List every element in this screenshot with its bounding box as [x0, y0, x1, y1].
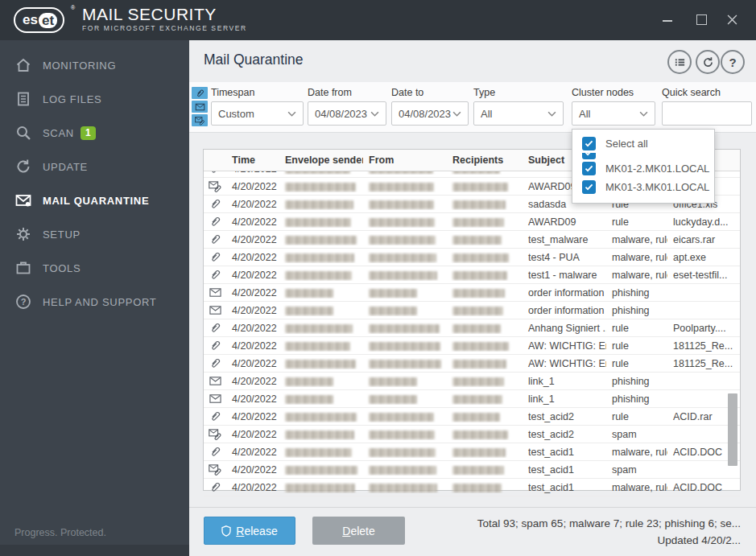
details-view-button[interactable] — [667, 50, 692, 74]
mail-filter-toggle[interactable] — [192, 101, 208, 113]
cell-from-redacted — [363, 323, 447, 334]
cell-envelope-sender-redacted — [279, 181, 363, 192]
sidebar-item-tools[interactable]: TOOLS — [0, 251, 189, 285]
sidebar-nav: MONITORINGLOG FILESSCAN1UPDATEMAIL QUARA… — [0, 40, 189, 319]
table-row[interactable]: 4/20/2022 ...test_acid1malware, ruleACID… — [204, 443, 740, 461]
col-time[interactable]: Time — [226, 154, 279, 166]
cell-time: 4/20/2022 ... — [226, 270, 279, 281]
envelope-icon — [195, 102, 205, 112]
table-row[interactable]: 4/20/2022 ...order informationphishing — [204, 302, 740, 319]
logo-et: et — [39, 13, 57, 28]
cell-envelope-sender-redacted — [279, 270, 363, 281]
checkbox-checked-icon[interactable] — [582, 180, 596, 194]
minimize-button[interactable] — [656, 8, 679, 31]
close-icon — [727, 14, 737, 25]
table-row[interactable]: 4/20/2022 ...AWARD09ruleluckyday.d... — [204, 213, 740, 231]
table-row[interactable]: 4/20/2022 ...link_1phishing — [204, 373, 740, 390]
checkbox-checked-icon[interactable] — [582, 162, 596, 175]
cell-from-redacted — [363, 393, 447, 405]
cell-from-redacted — [363, 199, 447, 210]
cell-time: 4/20/2022 ... — [226, 199, 279, 210]
cluster-node-option[interactable]: MK01-2.MK01.LOCAL — [572, 159, 714, 178]
table-row[interactable]: 4/20/2022 ...test1 - malwaremalware, rul… — [204, 266, 740, 284]
table-row[interactable]: 4/20/2022 ...AW: WICHTIG: Er...rule18112… — [204, 355, 740, 373]
shield-icon — [221, 525, 231, 537]
attachment-filter-toggle[interactable] — [192, 87, 208, 99]
cell-time: 4/20/2022 ... — [226, 358, 279, 369]
sidebar-bottom-strip — [0, 545, 189, 556]
quick-search-label: Quick search — [662, 87, 752, 98]
table-row[interactable]: 4/20/2022 ...test_acid2spam — [204, 426, 740, 443]
cell-recipients-redacted — [447, 287, 523, 299]
table-row[interactable]: 4/20/2022 ...test_acid1spam — [204, 461, 740, 479]
sidebar-item-label: UPDATE — [43, 161, 88, 173]
table-row[interactable]: 4/20/2022 ...test_acid1malware, ruleACID… — [204, 479, 740, 496]
cell-time: 4/20/2022 ... — [226, 323, 279, 334]
cell-recipients-redacted — [447, 376, 523, 387]
sidebar-item-monitoring[interactable]: MONITORING — [0, 48, 189, 82]
type-select[interactable]: All — [473, 101, 564, 126]
attachment-icon — [204, 410, 226, 422]
cell-file: 181125_Re... — [667, 358, 740, 369]
cluster-node-option[interactable]: MK01-3.MK01.LOCAL — [572, 178, 714, 196]
table-row[interactable]: 4/20/2022 ...Anhang Signiert ...rulePool… — [204, 319, 740, 337]
timespan-select[interactable]: Custom — [211, 101, 304, 126]
cell-file: luckyday.d... — [667, 216, 740, 228]
table-row[interactable]: 4/20/2022 ...test_malwaremalware, ruleei… — [204, 231, 740, 249]
help-button[interactable]: ? — [721, 50, 745, 74]
cell-recipients-redacted — [447, 216, 523, 228]
mail-attachment-filter-toggle[interactable] — [192, 114, 208, 126]
attachment-icon — [204, 481, 226, 493]
col-from[interactable]: From — [363, 154, 447, 166]
delete-button[interactable]: Delete — [312, 517, 405, 545]
cell-reason: malware, rule — [606, 447, 667, 458]
chevron-down-icon — [547, 111, 556, 117]
date-from-select[interactable]: 04/08/2023 — [308, 101, 386, 126]
cell-envelope-sender-redacted — [279, 171, 363, 175]
date-to-label: Date to — [391, 87, 469, 98]
sidebar-item-scan[interactable]: SCAN1 — [0, 116, 189, 150]
maximize-button[interactable] — [690, 8, 713, 31]
cell-envelope-sender-redacted — [279, 252, 363, 263]
attachment-icon — [204, 340, 226, 352]
refresh-button[interactable] — [696, 50, 720, 74]
checkbox-checked-icon[interactable] — [582, 153, 596, 159]
cluster-node-option[interactable] — [572, 153, 714, 159]
envelope-paperclip-icon — [195, 116, 205, 126]
sidebar-item-mail-quarantine[interactable]: MAIL QUARANTINE — [0, 183, 189, 217]
mail-quarantine-icon — [14, 191, 33, 210]
cell-subject: test4 - PUA — [523, 252, 606, 263]
cell-envelope-sender-redacted — [279, 340, 363, 352]
col-envelope-sender[interactable]: Envelope sender — [279, 154, 363, 166]
col-recipients[interactable]: Recipients — [447, 154, 523, 166]
quick-search-input[interactable] — [669, 107, 745, 121]
mail-icon — [204, 286, 226, 299]
table-row[interactable]: 4/20/2022 ...test_acid2ruleACID.rar — [204, 408, 740, 426]
sidebar-item-update[interactable]: UPDATE — [0, 150, 189, 183]
table-row[interactable]: 4/20/2022 ...test4 - PUAmalware, ruleapt… — [204, 249, 740, 266]
cluster-nodes-select[interactable]: All — [572, 101, 655, 126]
cluster-node-option[interactable]: Select all — [572, 134, 714, 153]
date-to-select[interactable]: 04/08/2023 — [391, 101, 469, 126]
cell-reason: phishing — [606, 305, 667, 316]
sidebar-item-log-files[interactable]: LOG FILES — [0, 82, 189, 116]
cell-subject: test_acid2 — [523, 411, 606, 422]
sidebar-item-help-and-support[interactable]: ?HELP AND SUPPORT — [0, 285, 189, 319]
vertical-scrollbar-thumb[interactable] — [728, 393, 737, 466]
release-button[interactable]: Release — [204, 517, 295, 545]
paperclip-icon — [195, 89, 205, 98]
product-name: MAIL SECURITY — [82, 6, 247, 23]
table-row[interactable]: 4/20/2022 ...order informationphishing — [204, 284, 740, 302]
cell-reason: malware, rule — [606, 270, 667, 281]
table-row[interactable]: 4/20/2022 ...link_1phishing — [204, 390, 740, 408]
cell-subject: test_acid1 — [523, 482, 606, 493]
cell-from-redacted — [363, 376, 447, 387]
checkbox-checked-icon[interactable] — [582, 137, 596, 150]
close-button[interactable] — [721, 8, 743, 31]
table-row[interactable]: 4/20/2022 ...AW: WICHTIG: Er...rule18112… — [204, 337, 740, 355]
cell-envelope-sender-redacted — [279, 411, 363, 422]
cell-from-redacted — [363, 358, 447, 369]
cell-time: 4/20/2022 ... — [226, 411, 279, 422]
cell-reason: spam — [606, 429, 667, 440]
sidebar-item-setup[interactable]: SETUP — [0, 217, 189, 251]
